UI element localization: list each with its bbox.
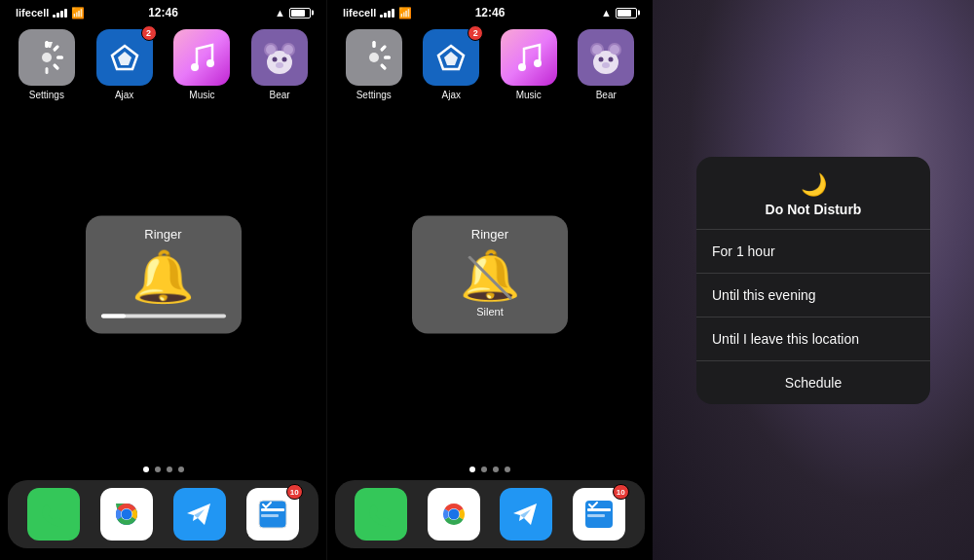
- app-grid-1: Settings 2 Ajax: [0, 21, 326, 100]
- ringer-slider-1[interactable]: [101, 314, 226, 317]
- svg-rect-63: [587, 514, 605, 517]
- app-item-ajax-2[interactable]: 2 Ajax: [417, 29, 487, 100]
- carrier-label-1: lifecell: [16, 7, 49, 19]
- app-item-music-2[interactable]: Music: [494, 29, 564, 100]
- ringer-title-2: Ringer: [471, 227, 508, 242]
- settings-label-1: Settings: [29, 90, 64, 100]
- bear-label-1: Bear: [270, 90, 290, 100]
- dnd-menu: 🌙 Do Not Disturb For 1 hour Until this e…: [696, 157, 930, 404]
- music-label-2: Music: [516, 90, 542, 100]
- phone-icon-2: [355, 488, 407, 541]
- page-dots-1: [143, 467, 184, 472]
- dot-1-2: [155, 467, 161, 472]
- dock-telegram-2[interactable]: [500, 488, 552, 541]
- bell-silent-wrap: 🔔: [460, 251, 520, 300]
- bear-label-2: Bear: [596, 90, 617, 100]
- svg-rect-42: [380, 63, 387, 70]
- dnd-option-1hour[interactable]: For 1 hour: [696, 230, 930, 274]
- ajax-label-1: Ajax: [115, 90, 133, 100]
- app-item-ajax-1[interactable]: 2 Ajax: [90, 29, 160, 100]
- telegram-icon-2: [500, 488, 552, 541]
- phone-screen-2: lifecell 📶 12:46 ▲: [326, 0, 653, 560]
- tasks-badge-1: 10: [286, 484, 303, 500]
- dot-1-4: [178, 467, 184, 472]
- dock-chrome-2[interactable]: [428, 488, 480, 541]
- location-icon-1: ▲: [275, 7, 285, 19]
- dock-tasks-1[interactable]: 10: [246, 488, 299, 541]
- wifi-icon-1: 📶: [71, 7, 85, 19]
- dock-phone-2[interactable]: [355, 488, 407, 541]
- music-label-1: Music: [189, 90, 214, 100]
- app-item-bear-1[interactable]: Bear: [244, 29, 315, 100]
- status-left-2: lifecell 📶: [343, 7, 412, 19]
- svg-rect-8: [56, 56, 63, 59]
- svg-point-54: [602, 62, 610, 68]
- moon-icon: 🌙: [801, 172, 827, 198]
- settings-icon-1: [19, 29, 75, 86]
- svg-point-52: [599, 57, 604, 62]
- bear-icon-1: [251, 29, 308, 86]
- dock-tasks-2[interactable]: 10: [573, 488, 625, 541]
- svg-rect-10: [53, 63, 59, 70]
- dnd-option-location[interactable]: Until I leave this location: [696, 317, 930, 361]
- svg-point-30: [122, 509, 132, 520]
- svg-rect-40: [384, 56, 391, 59]
- svg-point-22: [276, 62, 283, 68]
- bear-icon-2: [578, 29, 634, 86]
- dot-1-1: [143, 467, 149, 472]
- svg-point-53: [609, 57, 614, 62]
- dnd-schedule[interactable]: Schedule: [696, 361, 930, 404]
- dot-2-2: [481, 467, 487, 472]
- dnd-title: Do Not Disturb: [766, 202, 862, 217]
- svg-point-20: [273, 57, 278, 62]
- app-item-bear-2[interactable]: Bear: [572, 29, 642, 100]
- bell-icon-normal: 🔔: [131, 251, 195, 302]
- svg-rect-6: [53, 45, 59, 52]
- tasks-badge-2: 10: [613, 484, 629, 500]
- svg-rect-33: [261, 508, 284, 511]
- dot-2-4: [505, 467, 510, 472]
- dock-1: 10: [8, 480, 318, 548]
- svg-point-21: [282, 57, 287, 62]
- silent-label: Silent: [476, 306, 504, 317]
- dock-chrome-1[interactable]: [100, 488, 153, 541]
- phone-icon-1: [27, 488, 80, 541]
- dnd-header: 🌙 Do Not Disturb: [696, 157, 930, 230]
- ringer-title-1: Ringer: [144, 227, 181, 242]
- svg-rect-62: [587, 508, 611, 511]
- music-icon-2: [501, 29, 557, 86]
- status-bar-1: lifecell 📶 12:46 ▲: [0, 0, 326, 21]
- wifi-icon-2: 📶: [398, 7, 412, 19]
- ajax-badge-2: 2: [468, 25, 483, 41]
- svg-rect-34: [261, 514, 279, 517]
- settings-icon-2: [346, 29, 402, 86]
- chrome-icon-2: [428, 488, 480, 541]
- dock-2: 10: [335, 480, 645, 548]
- dock-telegram-1[interactable]: [173, 488, 226, 541]
- ringer-popup-1: Ringer 🔔: [86, 215, 242, 333]
- app-item-settings-1[interactable]: Settings: [12, 29, 82, 100]
- signal-icon-1: [53, 8, 67, 18]
- app-grid-2: Settings 2 Ajax: [327, 21, 653, 100]
- status-left-1: lifecell 📶: [16, 7, 85, 19]
- dock-phone-1[interactable]: [27, 488, 80, 541]
- svg-marker-46: [444, 52, 458, 65]
- svg-rect-2: [45, 67, 48, 74]
- svg-point-59: [448, 509, 459, 520]
- app-item-settings-2[interactable]: Settings: [339, 29, 409, 100]
- dnd-option-evening[interactable]: Until this evening: [696, 274, 930, 317]
- ringer-popup-2: Ringer 🔔 Silent: [412, 215, 568, 333]
- status-right-1: ▲: [275, 7, 311, 19]
- battery-icon-2: [616, 8, 637, 19]
- svg-point-48: [534, 59, 542, 67]
- svg-point-15: [191, 63, 199, 71]
- chrome-icon-1: [100, 488, 153, 541]
- svg-point-44: [369, 53, 379, 62]
- phone-screen-1: lifecell 📶 12:46 ▲: [0, 0, 326, 560]
- app-item-music-1[interactable]: Music: [168, 29, 238, 100]
- time-1: 12:46: [148, 6, 178, 19]
- svg-point-12: [42, 53, 52, 62]
- svg-rect-4: [45, 41, 48, 48]
- svg-point-24: [283, 45, 293, 55]
- battery-icon-1: [289, 8, 311, 19]
